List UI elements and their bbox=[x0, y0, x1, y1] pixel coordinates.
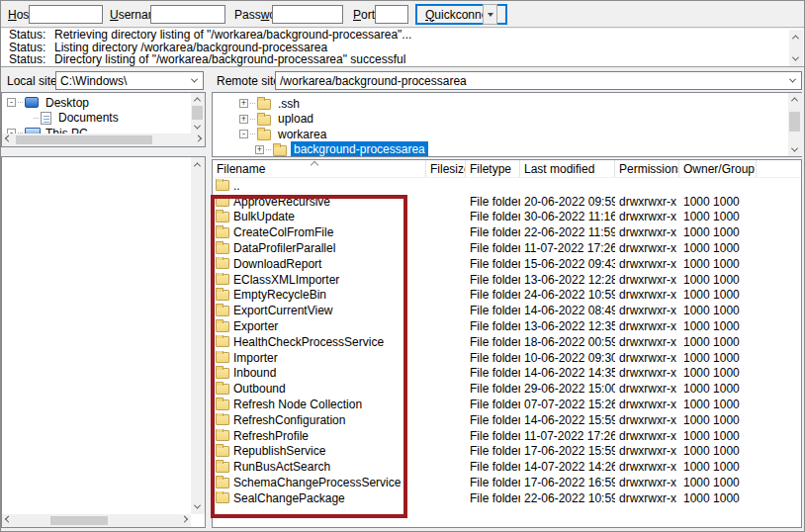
dropdown-arrow-icon bbox=[488, 13, 493, 17]
scrollbar-thumb[interactable] bbox=[192, 106, 203, 120]
quickconnect-dropdown-button[interactable] bbox=[483, 4, 497, 25]
collapse-icon[interactable]: - bbox=[239, 130, 248, 138]
table-row[interactable]: RunBusActSearchFile folder14-07-2022 14:… bbox=[213, 459, 801, 475]
table-row[interactable]: RepublishServiceFile folder17-06-2022 15… bbox=[213, 444, 801, 460]
expand-icon[interactable]: + bbox=[255, 145, 264, 154]
folder-icon bbox=[216, 492, 229, 503]
tree-item[interactable]: +upload bbox=[239, 112, 801, 128]
scroll-up-icon[interactable] bbox=[788, 93, 801, 106]
filename-cell: Refresh Node Collection bbox=[213, 398, 426, 411]
filetype-cell: File folder bbox=[466, 195, 520, 209]
table-row[interactable]: InboundFile folder14-06-2022 14:35...drw… bbox=[213, 366, 801, 382]
table-row[interactable]: EmptyRecycleBinFile folder24-06-2022 10:… bbox=[213, 288, 801, 304]
table-row[interactable]: OutboundFile folder29-06-2022 15:00...dr… bbox=[213, 381, 801, 397]
tree-item[interactable]: Documents bbox=[7, 111, 205, 127]
filename-cell: EClassXMLImporter bbox=[213, 273, 426, 287]
port-input[interactable] bbox=[375, 5, 408, 24]
filetype-cell: File folder bbox=[466, 241, 520, 255]
scroll-down-icon[interactable] bbox=[789, 52, 802, 65]
remote-site-combobox[interactable]: /workarea/background-processarea bbox=[275, 71, 802, 90]
column-header-filename[interactable]: Filename bbox=[213, 160, 426, 177]
remote-site-path: /workarea/background-processarea bbox=[280, 74, 467, 88]
folder-icon bbox=[216, 478, 229, 488]
local-file-list-panel[interactable] bbox=[1, 156, 206, 528]
table-row[interactable]: DownloadReportFile folder15-06-2022 09:4… bbox=[213, 256, 801, 272]
scroll-up-icon[interactable] bbox=[789, 31, 802, 44]
local-tree-hscrollbar[interactable] bbox=[2, 133, 205, 146]
table-row[interactable]: RefreshConfigurationFile folder14-06-202… bbox=[213, 412, 801, 428]
table-row[interactable]: BulkUpdateFile folder30-06-2022 11:16...… bbox=[213, 210, 801, 225]
folder-icon bbox=[216, 336, 229, 347]
remote-tree-vscrollbar[interactable] bbox=[788, 93, 802, 156]
owner-group-cell: 1000 1000 bbox=[679, 413, 757, 427]
filetype-cell: File folder bbox=[466, 382, 520, 396]
scroll-down-icon[interactable] bbox=[788, 143, 801, 156]
filename-text: EmptyRecycleBin bbox=[233, 288, 326, 302]
scroll-left-icon[interactable] bbox=[2, 133, 15, 146]
local-site-combobox[interactable]: C:\Windows\ bbox=[55, 71, 204, 90]
scrollbar-thumb[interactable] bbox=[16, 135, 152, 144]
filename-text: EClassXMLImporter bbox=[233, 273, 339, 287]
table-row[interactable]: ExportCurrentViewFile folder14-06-2022 0… bbox=[213, 303, 801, 318]
last-modified-cell: 11-07-2022 17:26... bbox=[520, 429, 615, 443]
last-modified-cell: 22-06-2022 10:59... bbox=[520, 491, 615, 505]
scroll-left-icon[interactable] bbox=[2, 514, 15, 527]
status-scrollbar[interactable] bbox=[789, 30, 803, 66]
scroll-right-icon[interactable] bbox=[192, 133, 205, 146]
table-row[interactable]: ApproveRecursiveFile folder20-06-2022 09… bbox=[213, 194, 801, 210]
table-row[interactable]: .. bbox=[213, 178, 801, 194]
scroll-up-icon[interactable] bbox=[191, 158, 204, 171]
folder-icon bbox=[257, 115, 271, 126]
tree-item[interactable]: -Desktop bbox=[7, 95, 205, 111]
table-row[interactable]: DataProfilerParallelFile folder11-07-202… bbox=[213, 240, 801, 256]
scroll-up-icon[interactable] bbox=[191, 93, 204, 106]
column-header-last-modified[interactable]: Last modified bbox=[520, 160, 615, 177]
last-modified-cell: 18-06-2022 00:59... bbox=[520, 335, 615, 349]
folder-icon bbox=[216, 274, 229, 285]
scroll-right-icon[interactable] bbox=[178, 514, 191, 527]
folder-icon bbox=[257, 99, 271, 110]
site-bar: Local site: C:\Windows\ Remote site: /wo… bbox=[1, 68, 804, 92]
scroll-down-icon[interactable] bbox=[191, 500, 204, 513]
table-row[interactable]: Refresh Node CollectionFile folder07-07-… bbox=[213, 397, 801, 412]
local-list-vscrollbar[interactable] bbox=[191, 157, 205, 514]
column-header-permissions[interactable]: Permissions bbox=[615, 160, 679, 177]
filename-cell: Exporter bbox=[213, 319, 426, 333]
host-input[interactable] bbox=[29, 5, 103, 24]
table-row[interactable]: SealChangePackageFile folder22-06-2022 1… bbox=[213, 490, 801, 506]
tree-item[interactable]: +.ssh bbox=[239, 96, 801, 112]
table-row[interactable]: CreateColFromFileFile folder22-06-2022 1… bbox=[213, 224, 801, 240]
column-header-filesize[interactable]: Filesize bbox=[426, 160, 466, 177]
status-line-message: Directory listing of "/workarea/backgrou… bbox=[54, 53, 405, 66]
table-row[interactable]: EClassXMLImporterFile folder13-06-2022 1… bbox=[213, 272, 801, 288]
local-list-hscrollbar[interactable] bbox=[2, 514, 191, 527]
tree-item[interactable]: +background-processarea bbox=[239, 142, 801, 158]
table-row[interactable]: ImporterFile folder10-06-2022 09:30...dr… bbox=[213, 350, 801, 366]
folder-icon bbox=[216, 352, 229, 363]
filename-text: ApproveRecursive bbox=[233, 195, 330, 209]
password-input[interactable] bbox=[272, 5, 343, 24]
tree-item[interactable]: -workarea bbox=[239, 127, 801, 142]
expand-icon[interactable]: + bbox=[239, 115, 248, 124]
owner-group-cell: 1000 1000 bbox=[679, 241, 757, 255]
last-modified-cell: 29-06-2022 15:00... bbox=[520, 382, 615, 396]
local-tree-vscrollbar[interactable] bbox=[191, 93, 205, 133]
permissions-cell: drwxrwxr-x bbox=[615, 491, 679, 505]
filetype-cell: File folder bbox=[466, 225, 520, 239]
table-row[interactable]: ExporterFile folder13-06-2022 12:35...dr… bbox=[213, 318, 801, 334]
tree-item-label: upload bbox=[275, 111, 316, 127]
table-row[interactable]: RefreshProfileFile folder11-07-2022 17:2… bbox=[213, 428, 801, 444]
scroll-down-icon[interactable] bbox=[191, 121, 204, 133]
column-header-filler bbox=[757, 160, 801, 177]
column-header-owner-group[interactable]: Owner/Group bbox=[679, 160, 757, 177]
last-modified-cell: 13-06-2022 12:35... bbox=[520, 319, 615, 333]
collapse-icon[interactable]: - bbox=[7, 98, 16, 107]
scrollbar-thumb[interactable] bbox=[50, 516, 108, 525]
column-header-filetype[interactable]: Filetype bbox=[466, 160, 520, 177]
filename-text: RunBusActSearch bbox=[233, 460, 330, 474]
expand-icon[interactable]: + bbox=[239, 99, 248, 108]
table-row[interactable]: SchemaChangeProcessServiceFile folder17-… bbox=[213, 475, 801, 490]
table-row[interactable]: HealthCheckProcessServiceFile folder18-0… bbox=[213, 334, 801, 350]
username-input[interactable] bbox=[150, 5, 225, 24]
scrollbar-thumb[interactable] bbox=[789, 112, 800, 132]
